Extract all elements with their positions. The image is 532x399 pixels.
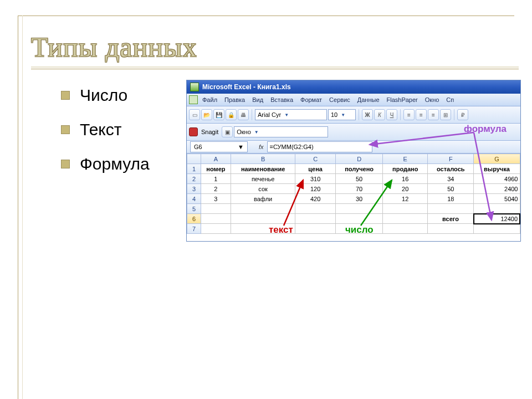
col-header[interactable]: F: [428, 154, 474, 164]
cell[interactable]: 30: [336, 194, 383, 204]
cell[interactable]: 50: [428, 184, 474, 194]
cell[interactable]: сок: [231, 184, 295, 194]
cell[interactable]: [336, 214, 383, 224]
row-header[interactable]: 3: [187, 184, 201, 194]
row-header[interactable]: 4: [187, 194, 201, 204]
cell[interactable]: 5040: [474, 194, 520, 204]
cell[interactable]: 2400: [474, 184, 520, 194]
cell[interactable]: [231, 204, 295, 214]
menu-data[interactable]: Данные: [355, 95, 382, 104]
cell[interactable]: продано: [383, 164, 428, 174]
menu-help[interactable]: Сп: [443, 95, 457, 104]
snagit-label: Snagit: [201, 129, 218, 135]
cell[interactable]: 4960: [474, 174, 520, 184]
cell[interactable]: [231, 214, 295, 224]
col-header[interactable]: C: [295, 154, 336, 164]
cell[interactable]: [474, 224, 520, 234]
cell[interactable]: всего: [428, 214, 474, 224]
italic-button[interactable]: К: [374, 109, 385, 120]
cell[interactable]: [336, 204, 383, 214]
cell[interactable]: [231, 224, 295, 234]
cell[interactable]: 70: [336, 184, 383, 194]
cell[interactable]: выручка: [474, 164, 520, 174]
cell[interactable]: [295, 204, 336, 214]
row-header[interactable]: 7: [187, 224, 201, 234]
cell[interactable]: 16: [383, 174, 428, 184]
save-button[interactable]: 💾: [213, 109, 224, 120]
cell[interactable]: 34: [428, 174, 474, 184]
menu-edit[interactable]: Правка: [222, 95, 248, 104]
col-header[interactable]: E: [383, 154, 428, 164]
cell-selected[interactable]: 12400: [474, 214, 520, 224]
currency-button[interactable]: ₽: [457, 109, 468, 120]
print-button[interactable]: 🖶: [238, 109, 249, 120]
fx-icon[interactable]: fx: [259, 144, 264, 150]
cell[interactable]: получено: [336, 164, 383, 174]
cell[interactable]: 50: [336, 174, 383, 184]
cell[interactable]: 420: [295, 194, 336, 204]
cell[interactable]: [383, 214, 428, 224]
underline-button[interactable]: Ч: [386, 109, 397, 120]
cell[interactable]: цена: [295, 164, 336, 174]
snagit-capture-button[interactable]: ▣: [222, 126, 233, 137]
worksheet[interactable]: A B C D E F G 1 номер наименование цена …: [187, 154, 520, 234]
column-header-row: A B C D E F G: [187, 154, 520, 164]
cell[interactable]: [474, 204, 520, 214]
row-header[interactable]: 1: [187, 164, 201, 174]
cell[interactable]: [383, 224, 428, 234]
font-name-combo[interactable]: Arial Cyr▼: [255, 109, 327, 120]
open-button[interactable]: 📂: [201, 109, 212, 120]
cell[interactable]: номер: [201, 164, 231, 174]
align-left-button[interactable]: ≡: [403, 109, 415, 120]
bullet-icon: [61, 160, 70, 168]
cell[interactable]: [295, 224, 336, 234]
col-header[interactable]: D: [336, 154, 383, 164]
name-box[interactable]: G6▼: [190, 141, 248, 152]
cell[interactable]: 12: [383, 194, 428, 204]
sheet-grid: A B C D E F G 1 номер наименование цена …: [187, 154, 520, 234]
cell[interactable]: [428, 204, 474, 214]
merge-button[interactable]: ⊞: [440, 109, 451, 120]
cell[interactable]: [295, 214, 336, 224]
menu-view[interactable]: Вид: [249, 95, 266, 104]
cell[interactable]: [201, 224, 231, 234]
menu-file[interactable]: Файл: [200, 95, 220, 104]
cell[interactable]: 1: [201, 174, 231, 184]
font-size-combo[interactable]: 10▼: [328, 109, 356, 120]
select-all-corner[interactable]: [187, 154, 201, 164]
new-button[interactable]: ▭: [189, 109, 200, 120]
cell[interactable]: 20: [383, 184, 428, 194]
menu-window[interactable]: Окно: [422, 95, 442, 104]
cell[interactable]: [201, 214, 231, 224]
menu-flashpaper[interactable]: FlashPaper: [384, 95, 421, 104]
cell[interactable]: вафли: [231, 194, 295, 204]
snagit-window-combo[interactable]: Окно▼: [234, 126, 328, 137]
permission-button[interactable]: 🔒: [226, 109, 237, 120]
menu-insert[interactable]: Вставка: [268, 95, 296, 104]
col-header[interactable]: B: [231, 154, 295, 164]
row-header[interactable]: 6: [187, 214, 201, 224]
menu-format[interactable]: Формат: [298, 95, 325, 104]
cell[interactable]: 3: [201, 194, 231, 204]
align-right-button[interactable]: ≡: [428, 109, 439, 120]
cell[interactable]: [336, 224, 383, 234]
align-center-button[interactable]: ≡: [416, 109, 427, 120]
cell[interactable]: [383, 204, 428, 214]
formula-input[interactable]: =СУММ(G2:G4): [267, 141, 372, 152]
row-header[interactable]: 5: [187, 204, 201, 214]
menu-tools[interactable]: Сервис: [326, 95, 353, 104]
cell[interactable]: 310: [295, 174, 336, 184]
cell[interactable]: [428, 224, 474, 234]
cell[interactable]: наименование: [231, 164, 295, 174]
row-header[interactable]: 2: [187, 174, 201, 184]
cell[interactable]: осталось: [428, 164, 474, 174]
app-menu-icon[interactable]: [189, 95, 198, 104]
cell[interactable]: [201, 204, 231, 214]
cell[interactable]: 120: [295, 184, 336, 194]
col-header[interactable]: A: [201, 154, 231, 164]
cell[interactable]: 18: [428, 194, 474, 204]
col-header[interactable]: G: [474, 154, 520, 164]
bold-button[interactable]: Ж: [362, 109, 373, 120]
cell[interactable]: 2: [201, 184, 231, 194]
cell[interactable]: печенье: [231, 174, 295, 184]
